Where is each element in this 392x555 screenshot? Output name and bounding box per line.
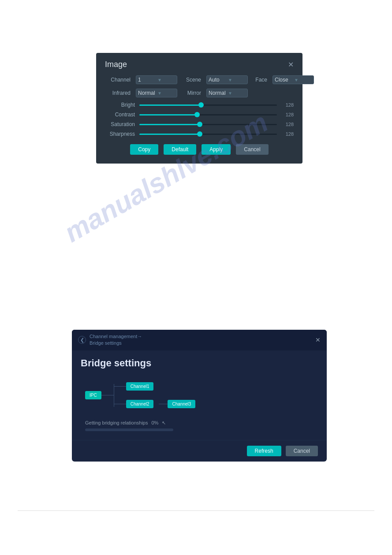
saturation-row: Saturation 128 bbox=[105, 121, 294, 127]
bright-slider[interactable] bbox=[139, 104, 277, 106]
sharpness-row: Sharpness 128 bbox=[105, 131, 294, 137]
status-getting-text: Getting bridging relationships bbox=[85, 420, 148, 425]
bridge-close-button[interactable]: ✕ bbox=[315, 336, 321, 343]
mirror-value: Normal bbox=[209, 90, 226, 96]
refresh-button[interactable]: Refresh bbox=[247, 446, 281, 456]
channel-label: Channel bbox=[105, 77, 131, 83]
contrast-value: 128 bbox=[281, 112, 294, 117]
bridge-title: Bridge settings bbox=[81, 358, 318, 369]
infrared-value: Normal bbox=[138, 90, 156, 96]
bright-value: 128 bbox=[281, 102, 294, 108]
status-section: Getting bridging relationships 0% ↖ bbox=[81, 420, 318, 431]
channel-value: 1 bbox=[138, 77, 156, 83]
mirror-arrow: ▼ bbox=[228, 91, 246, 96]
infrared-arrow: ▼ bbox=[157, 91, 175, 96]
contrast-thumb[interactable] bbox=[194, 112, 200, 117]
sharpness-thumb[interactable] bbox=[197, 131, 202, 137]
page-divider bbox=[18, 510, 374, 511]
saturation-slider[interactable] bbox=[139, 124, 277, 125]
status-text-row: Getting bridging relationships 0% ↖ bbox=[85, 420, 318, 426]
mirror-label: Mirror bbox=[183, 90, 201, 96]
image-dialog-close-button[interactable]: ✕ bbox=[288, 61, 294, 68]
breadcrumb-line1: Channel management→ bbox=[90, 333, 142, 340]
bridge-nav: ❮ Channel management→ Bridge settings bbox=[78, 333, 142, 347]
scene-arrow: ▼ bbox=[228, 78, 246, 82]
bright-fill bbox=[139, 104, 201, 106]
progress-bar bbox=[85, 428, 173, 431]
image-dialog-titlebar: Image ✕ bbox=[105, 60, 294, 69]
bright-label: Bright bbox=[105, 102, 135, 108]
bridge-dialog: ❮ Channel management→ Bridge settings ✕ … bbox=[72, 330, 327, 462]
image-dialog-buttons: Copy Default Apply Cancel bbox=[105, 144, 294, 155]
bridge-body: Bridge settings IPC Channel1 bbox=[72, 350, 327, 440]
infrared-label: Infrared bbox=[105, 90, 131, 96]
saturation-label: Saturation bbox=[105, 121, 135, 127]
image-dialog-row1: Channel 1 ▼ Scene Auto ▼ Face Close ▼ bbox=[105, 75, 294, 84]
bridge-titlebar: ❮ Channel management→ Bridge settings ✕ bbox=[72, 330, 327, 350]
back-button[interactable]: ❮ bbox=[78, 336, 86, 344]
scene-select[interactable]: Auto ▼ bbox=[206, 75, 248, 84]
face-value: Close bbox=[275, 77, 292, 83]
channel-select[interactable]: 1 ▼ bbox=[136, 75, 177, 84]
channel2-node: Channel2 bbox=[126, 400, 154, 408]
bright-thumb[interactable] bbox=[198, 102, 204, 108]
channel3-node: Channel3 bbox=[168, 400, 195, 408]
infrared-select[interactable]: Normal ▼ bbox=[136, 89, 177, 97]
cursor-icon: ↖ bbox=[162, 420, 166, 426]
tree-root-node: IPC bbox=[85, 391, 101, 399]
face-arrow: ▼ bbox=[294, 78, 312, 82]
contrast-slider[interactable] bbox=[139, 114, 277, 115]
face-select[interactable]: Close ▼ bbox=[273, 75, 314, 84]
saturation-value: 128 bbox=[281, 122, 294, 127]
bridge-footer: Refresh Cancel bbox=[72, 440, 327, 462]
image-dialog-title: Image bbox=[105, 60, 127, 69]
face-label: Face bbox=[253, 77, 267, 83]
default-button[interactable]: Default bbox=[164, 144, 196, 155]
apply-button[interactable]: Apply bbox=[202, 144, 231, 155]
image-dialog-row2: Infrared Normal ▼ Mirror Normal ▼ bbox=[105, 89, 294, 97]
mirror-select[interactable]: Normal ▼ bbox=[206, 89, 248, 97]
contrast-fill bbox=[139, 114, 197, 115]
cancel-button[interactable]: Cancel bbox=[236, 144, 268, 155]
saturation-thumb[interactable] bbox=[197, 122, 202, 127]
image-dialog: Image ✕ Channel 1 ▼ Scene Auto ▼ Face Cl… bbox=[96, 53, 302, 164]
saturation-fill bbox=[139, 124, 200, 125]
bridge-cancel-button[interactable]: Cancel bbox=[286, 446, 318, 456]
breadcrumb-line2: Bridge settings bbox=[90, 340, 142, 346]
sharpness-value: 128 bbox=[281, 131, 294, 137]
copy-button[interactable]: Copy bbox=[130, 144, 158, 155]
scene-label: Scene bbox=[183, 77, 201, 83]
sharpness-label: Sharpness bbox=[105, 131, 135, 137]
sharpness-fill bbox=[139, 134, 200, 135]
contrast-label: Contrast bbox=[105, 112, 135, 118]
contrast-row: Contrast 128 bbox=[105, 112, 294, 118]
sharpness-slider[interactable] bbox=[139, 134, 277, 135]
channel1-node: Channel1 bbox=[126, 382, 154, 391]
bright-row: Bright 128 bbox=[105, 102, 294, 108]
breadcrumb: Channel management→ Bridge settings bbox=[90, 333, 142, 347]
channel-arrow: ▼ bbox=[157, 78, 175, 82]
scene-value: Auto bbox=[209, 77, 226, 83]
status-pct: 0% bbox=[151, 420, 158, 425]
